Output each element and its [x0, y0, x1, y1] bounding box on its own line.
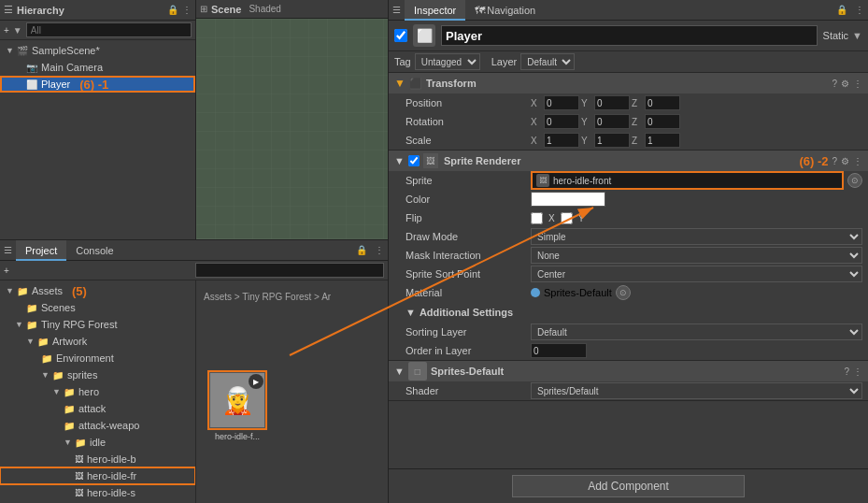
mask-value: None [531, 247, 862, 264]
attack-weapo-label: attack-weapo [78, 420, 139, 431]
transform-icon: ⬛ [409, 78, 422, 90]
flip-x-checkbox[interactable] [531, 212, 543, 224]
tab-navigation[interactable]: 🗺 Navigation [465, 0, 545, 21]
scene-canvas[interactable] [196, 19, 388, 239]
position-y-input[interactable] [594, 95, 630, 110]
rotation-y-input[interactable] [594, 114, 630, 129]
tree-assets[interactable]: ▼ 📁 Assets (5) [0, 282, 195, 299]
sprite-field[interactable]: 🖼 hero-idle-front [531, 171, 844, 190]
object-active-checkbox[interactable] [394, 29, 407, 42]
position-x-input[interactable] [544, 95, 579, 110]
sorting-layer-row: Sorting Layer Default [389, 323, 868, 341]
sprite-value: 🖼 hero-idle-front ⊙ [531, 171, 862, 190]
material-target-btn[interactable]: ⊙ [616, 285, 631, 300]
sprite-renderer-settings-icon[interactable]: ⚙ [841, 156, 849, 166]
tree-sprites[interactable]: ▼ 📁 sprites [0, 366, 195, 383]
scale-x-input[interactable] [544, 133, 579, 148]
static-dropdown-icon: ▼ [852, 30, 862, 41]
color-swatch[interactable] [531, 192, 605, 207]
material-value: Sprites-Default ⊙ [531, 285, 862, 300]
rotation-z-input[interactable] [645, 114, 680, 129]
hierarchy-item-player[interactable]: ⬜ Player (6) -1 [0, 76, 195, 93]
tab-console[interactable]: Console [66, 240, 122, 261]
mask-dropdown[interactable]: None [531, 247, 862, 264]
project-add-btn[interactable]: + [4, 266, 9, 276]
sprite-renderer-menu-icon[interactable]: ⋮ [853, 156, 862, 166]
tree-hero-idle-fr[interactable]: 🖼 hero-idle-fr [0, 467, 195, 484]
sprite-renderer-help-icon[interactable]: ? [832, 156, 837, 166]
shader-label: Shader [406, 385, 527, 396]
draw-mode-dropdown[interactable]: Simple [531, 228, 862, 245]
object-name-input[interactable] [441, 25, 818, 46]
sprites-default-icon: □ [408, 362, 427, 381]
player-icon: ⬜ [26, 79, 37, 90]
project-lock-icon[interactable]: 🔒 [352, 245, 371, 255]
tree-scenes[interactable]: 📁 Scenes [0, 299, 195, 316]
tag-dropdown[interactable]: Untagged [415, 53, 480, 70]
position-z-input[interactable] [645, 95, 680, 110]
scale-y-input[interactable] [594, 133, 630, 148]
sprite-renderer-checkbox[interactable] [408, 155, 420, 166]
tree-idle[interactable]: ▼ 📁 idle [0, 434, 195, 451]
project-search-input[interactable] [195, 263, 384, 278]
sprites-default-arrow: ▼ [394, 366, 405, 377]
idle-label: idle [90, 437, 106, 448]
tab-project[interactable]: Project [16, 240, 66, 261]
position-y-label: Y [581, 98, 592, 108]
sorting-layer-dropdown[interactable]: Default [531, 323, 862, 340]
material-row: Material Sprites-Default ⊙ [389, 283, 868, 302]
sprite-target-btn[interactable]: ⊙ [847, 173, 862, 188]
hierarchy-toolbar: + ▼ [0, 21, 195, 40]
hierarchy-title: Hierarchy [17, 5, 164, 16]
hierarchy-menu-icon[interactable]: ⋮ [182, 5, 192, 15]
hierarchy-lock-icon[interactable]: 🔒 [167, 5, 178, 15]
sort-point-label: Sprite Sort Point [406, 268, 527, 280]
shader-dropdown[interactable]: Sprites/Default [531, 382, 862, 399]
material-value-text: Sprites-Default [544, 287, 612, 298]
transform-help-icon[interactable]: ? [832, 79, 837, 89]
hierarchy-add-btn[interactable]: + [4, 25, 9, 36]
tab-inspector[interactable]: Inspector [405, 0, 465, 21]
tree-environment[interactable]: 📁 Environment [0, 350, 195, 366]
sprites-default-menu-icon[interactable]: ⋮ [853, 366, 862, 377]
tree-hero-idle-s[interactable]: 🖼 hero-idle-s [0, 484, 195, 501]
sprite-renderer-section: ▼ 🖼 Sprite Renderer (6) -2 ? ⚙ ⋮ Sprite … [389, 151, 868, 361]
inspector-menu2-icon[interactable]: ⋮ [851, 5, 868, 15]
sprites-default-header[interactable]: ▼ □ Sprites-Default ? ⋮ [389, 361, 868, 381]
tree-tinyrpg[interactable]: ▼ 📁 Tiny RPG Forest [0, 316, 195, 333]
transform-menu-icon[interactable]: ⋮ [853, 79, 862, 89]
additional-settings-header[interactable]: ▼ Additional Settings [389, 302, 868, 323]
layer-dropdown[interactable]: Default [520, 53, 575, 70]
attack-label: attack [78, 403, 106, 414]
hierarchy-arrow-btn[interactable]: ▼ [13, 25, 22, 36]
add-component-button[interactable]: Add Component [512, 475, 745, 497]
sort-point-dropdown[interactable]: Center [531, 266, 862, 282]
tree-artwork[interactable]: ▼ 📁 Artwork [0, 333, 195, 350]
hierarchy-item-samplescene[interactable]: ▼ 🎬 SampleScene* [0, 42, 195, 59]
project-menu2-icon[interactable]: ⋮ [371, 245, 388, 255]
inspector-lock-icon[interactable]: 🔒 [832, 5, 851, 15]
rotation-x-input[interactable] [544, 114, 579, 129]
flip-y-checkbox[interactable] [561, 212, 573, 224]
file-item-hero-idle-front[interactable]: 🧝 ▶ hero-idle-f... [204, 370, 271, 441]
hierarchy-search-input[interactable] [26, 22, 192, 37]
tree-hero-idle-b[interactable]: 🖼 hero-idle-b [0, 451, 195, 467]
scene-header: ⊞ Scene Shaded [196, 0, 388, 19]
sprite-renderer-header[interactable]: ▼ 🖼 Sprite Renderer (6) -2 ? ⚙ ⋮ [389, 151, 868, 171]
add-component-bar: Add Component [389, 468, 868, 503]
sprite-row: Sprite 🖼 hero-idle-front ⊙ [389, 171, 868, 190]
project-annotation: (5) [72, 284, 87, 298]
tree-attack[interactable]: 📁 attack [0, 400, 195, 417]
scale-z-input[interactable] [645, 133, 680, 148]
layer-label: Layer [491, 56, 518, 67]
sprites-default-help-icon[interactable]: ? [844, 366, 849, 377]
transform-header[interactable]: ▼ ⬛ Transform ? ⚙ ⋮ [389, 73, 868, 93]
transform-settings-icon[interactable]: ⚙ [841, 79, 849, 89]
hierarchy-item-maincamera[interactable]: 📷 Main Camera [0, 59, 195, 76]
tree-hero[interactable]: ▼ 📁 hero [0, 383, 195, 400]
rotation-row: Rotation X Y Z [389, 112, 868, 131]
tree-attack-weapo[interactable]: 📁 attack-weapo [0, 417, 195, 434]
transform-section: ▼ ⬛ Transform ? ⚙ ⋮ Position X Y Z [389, 73, 868, 151]
samplescene-icon: 🎬 [17, 46, 28, 56]
order-input[interactable] [531, 343, 587, 358]
